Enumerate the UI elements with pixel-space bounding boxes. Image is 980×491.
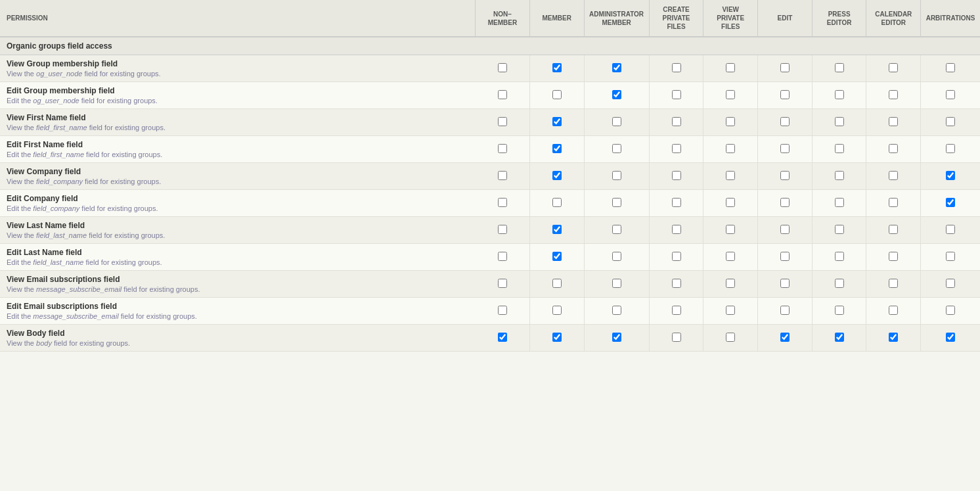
checkbox-cell-edit_email_subscriptions-administrator_member[interactable] bbox=[584, 298, 649, 325]
checkbox-edit_first_name-member[interactable] bbox=[552, 144, 562, 153]
checkbox-cell-view_first_name-view_private_files[interactable] bbox=[703, 109, 758, 136]
checkbox-view_body-administrator_member[interactable] bbox=[612, 333, 621, 342]
checkbox-edit_email_subscriptions-administrator_member[interactable] bbox=[612, 306, 621, 315]
checkbox-edit_company-administrator_member[interactable] bbox=[612, 198, 621, 207]
checkbox-edit_last_name-member[interactable] bbox=[552, 252, 562, 261]
checkbox-cell-view_first_name-administrator_member[interactable] bbox=[584, 109, 649, 136]
checkbox-edit_last_name-create_private_files[interactable] bbox=[672, 252, 681, 261]
checkbox-cell-edit_group_membership-administrator_member[interactable] bbox=[584, 82, 649, 109]
checkbox-view_email_subscriptions-calendar_editor[interactable] bbox=[889, 279, 898, 288]
checkbox-cell-view_body-calendar_editor[interactable] bbox=[866, 325, 921, 352]
checkbox-edit_group_membership-calendar_editor[interactable] bbox=[889, 90, 898, 99]
checkbox-view_group_membership-calendar_editor[interactable] bbox=[889, 63, 898, 72]
checkbox-cell-edit_last_name-administrator_member[interactable] bbox=[584, 244, 649, 271]
checkbox-cell-edit_last_name-press_editor[interactable] bbox=[812, 244, 866, 271]
checkbox-cell-edit_first_name-non_member[interactable] bbox=[476, 136, 530, 163]
checkbox-cell-edit_email_subscriptions-calendar_editor[interactable] bbox=[866, 298, 921, 325]
checkbox-cell-view_first_name-non_member[interactable] bbox=[476, 109, 530, 136]
checkbox-view_email_subscriptions-press_editor[interactable] bbox=[835, 279, 844, 288]
checkbox-cell-edit_first_name-calendar_editor[interactable] bbox=[866, 136, 921, 163]
checkbox-cell-view_email_subscriptions-press_editor[interactable] bbox=[812, 271, 866, 298]
checkbox-cell-edit_last_name-non_member[interactable] bbox=[476, 244, 530, 271]
checkbox-edit_company-non_member[interactable] bbox=[498, 198, 507, 207]
checkbox-edit_email_subscriptions-view_private_files[interactable] bbox=[726, 306, 735, 315]
checkbox-cell-edit_email_subscriptions-create_private_files[interactable] bbox=[649, 298, 703, 325]
checkbox-view_body-non_member[interactable] bbox=[498, 333, 507, 342]
checkbox-cell-view_group_membership-arbitrations[interactable] bbox=[921, 55, 980, 82]
checkbox-edit_first_name-edit[interactable] bbox=[780, 144, 790, 153]
checkbox-cell-view_body-administrator_member[interactable] bbox=[584, 325, 649, 352]
checkbox-view_last_name-create_private_files[interactable] bbox=[672, 225, 681, 234]
checkbox-cell-edit_last_name-member[interactable] bbox=[529, 244, 584, 271]
checkbox-view_company-arbitrations[interactable] bbox=[946, 171, 955, 180]
checkbox-view_company-non_member[interactable] bbox=[498, 171, 507, 180]
checkbox-cell-edit_group_membership-arbitrations[interactable] bbox=[921, 82, 980, 109]
checkbox-cell-view_email_subscriptions-non_member[interactable] bbox=[476, 271, 530, 298]
checkbox-view_body-view_private_files[interactable] bbox=[726, 333, 735, 342]
checkbox-cell-view_body-arbitrations[interactable] bbox=[921, 325, 980, 352]
checkbox-view_group_membership-arbitrations[interactable] bbox=[946, 63, 955, 72]
checkbox-cell-edit_company-create_private_files[interactable] bbox=[649, 190, 703, 217]
checkbox-view_last_name-administrator_member[interactable] bbox=[612, 225, 621, 234]
checkbox-cell-view_last_name-view_private_files[interactable] bbox=[703, 217, 758, 244]
checkbox-cell-view_last_name-member[interactable] bbox=[529, 217, 584, 244]
checkbox-view_company-administrator_member[interactable] bbox=[612, 171, 621, 180]
checkbox-cell-edit_email_subscriptions-non_member[interactable] bbox=[476, 298, 530, 325]
checkbox-edit_last_name-press_editor[interactable] bbox=[835, 252, 844, 261]
checkbox-cell-edit_first_name-edit[interactable] bbox=[758, 136, 813, 163]
checkbox-cell-edit_first_name-view_private_files[interactable] bbox=[703, 136, 758, 163]
checkbox-cell-view_company-non_member[interactable] bbox=[476, 163, 530, 190]
checkbox-cell-view_company-member[interactable] bbox=[529, 163, 584, 190]
checkbox-cell-edit_email_subscriptions-press_editor[interactable] bbox=[812, 298, 866, 325]
checkbox-cell-view_last_name-non_member[interactable] bbox=[476, 217, 530, 244]
checkbox-view_group_membership-member[interactable] bbox=[552, 63, 562, 72]
checkbox-cell-view_company-administrator_member[interactable] bbox=[584, 163, 649, 190]
checkbox-cell-view_group_membership-create_private_files[interactable] bbox=[649, 55, 703, 82]
checkbox-edit_company-view_private_files[interactable] bbox=[726, 198, 735, 207]
checkbox-view_first_name-administrator_member[interactable] bbox=[612, 117, 621, 126]
checkbox-view_group_membership-create_private_files[interactable] bbox=[672, 63, 681, 72]
checkbox-view_group_membership-non_member[interactable] bbox=[498, 63, 507, 72]
checkbox-cell-view_email_subscriptions-member[interactable] bbox=[529, 271, 584, 298]
checkbox-view_last_name-non_member[interactable] bbox=[498, 225, 507, 234]
checkbox-view_company-edit[interactable] bbox=[780, 171, 790, 180]
checkbox-cell-edit_last_name-calendar_editor[interactable] bbox=[866, 244, 921, 271]
checkbox-edit_company-arbitrations[interactable] bbox=[946, 198, 955, 207]
checkbox-cell-view_group_membership-view_private_files[interactable] bbox=[703, 55, 758, 82]
checkbox-cell-view_first_name-arbitrations[interactable] bbox=[921, 109, 980, 136]
checkbox-cell-edit_company-administrator_member[interactable] bbox=[584, 190, 649, 217]
checkbox-cell-view_first_name-create_private_files[interactable] bbox=[649, 109, 703, 136]
checkbox-cell-view_company-edit[interactable] bbox=[758, 163, 813, 190]
checkbox-cell-view_body-non_member[interactable] bbox=[476, 325, 530, 352]
checkbox-cell-edit_last_name-view_private_files[interactable] bbox=[703, 244, 758, 271]
checkbox-edit_group_membership-arbitrations[interactable] bbox=[946, 90, 955, 99]
checkbox-edit_last_name-administrator_member[interactable] bbox=[612, 252, 621, 261]
checkbox-cell-view_company-create_private_files[interactable] bbox=[649, 163, 703, 190]
checkbox-cell-edit_group_membership-member[interactable] bbox=[529, 82, 584, 109]
checkbox-cell-view_body-view_private_files[interactable] bbox=[703, 325, 758, 352]
checkbox-view_first_name-edit[interactable] bbox=[780, 117, 790, 126]
checkbox-cell-view_group_membership-member[interactable] bbox=[529, 55, 584, 82]
checkbox-edit_last_name-edit[interactable] bbox=[780, 252, 790, 261]
checkbox-cell-view_company-view_private_files[interactable] bbox=[703, 163, 758, 190]
checkbox-cell-edit_email_subscriptions-arbitrations[interactable] bbox=[921, 298, 980, 325]
checkbox-cell-edit_first_name-member[interactable] bbox=[529, 136, 584, 163]
checkbox-cell-edit_group_membership-non_member[interactable] bbox=[476, 82, 530, 109]
checkbox-cell-edit_company-arbitrations[interactable] bbox=[921, 190, 980, 217]
checkbox-edit_first_name-press_editor[interactable] bbox=[835, 144, 844, 153]
checkbox-cell-edit_group_membership-view_private_files[interactable] bbox=[703, 82, 758, 109]
checkbox-view_last_name-member[interactable] bbox=[552, 225, 562, 234]
checkbox-edit_group_membership-administrator_member[interactable] bbox=[612, 90, 621, 99]
checkbox-cell-edit_group_membership-edit[interactable] bbox=[758, 82, 813, 109]
checkbox-view_email_subscriptions-member[interactable] bbox=[552, 279, 562, 288]
checkbox-view_body-create_private_files[interactable] bbox=[672, 333, 681, 342]
checkbox-view_company-view_private_files[interactable] bbox=[726, 171, 735, 180]
checkbox-view_group_membership-edit[interactable] bbox=[780, 63, 790, 72]
checkbox-edit_first_name-create_private_files[interactable] bbox=[672, 144, 681, 153]
checkbox-view_body-member[interactable] bbox=[552, 333, 562, 342]
checkbox-view_email_subscriptions-non_member[interactable] bbox=[498, 279, 507, 288]
checkbox-view_email_subscriptions-edit[interactable] bbox=[780, 279, 790, 288]
checkbox-cell-view_group_membership-administrator_member[interactable] bbox=[584, 55, 649, 82]
checkbox-view_first_name-view_private_files[interactable] bbox=[726, 117, 735, 126]
checkbox-cell-view_first_name-member[interactable] bbox=[529, 109, 584, 136]
